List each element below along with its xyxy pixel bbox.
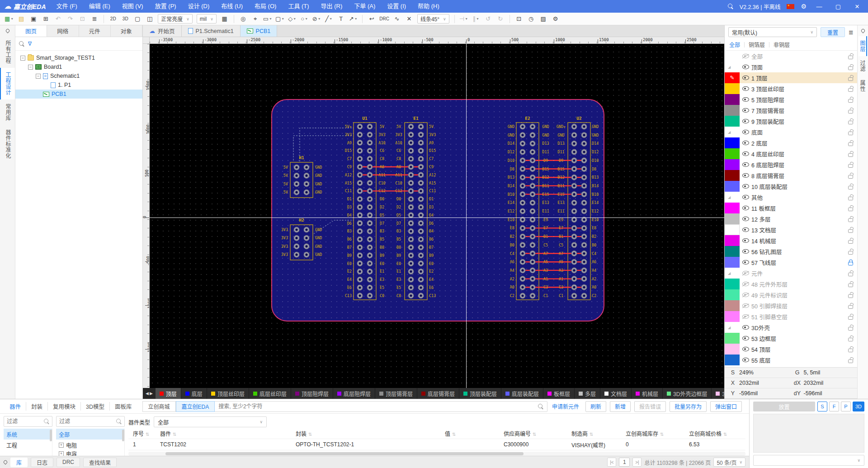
statusbar-tab[interactable]: 库	[10, 458, 28, 467]
settings-icon[interactable]: ⚙	[550, 14, 561, 24]
column-header[interactable]: 封装⇅	[291, 430, 440, 437]
tree-item[interactable]: PCB1	[15, 90, 142, 99]
layer-color-swatch[interactable]	[725, 116, 740, 127]
route-icon[interactable]: ↩	[366, 14, 377, 24]
collapse-triangle-icon[interactable]: ◢	[728, 326, 731, 330]
menu-item[interactable]: 导出 (R)	[315, 0, 349, 13]
maximize-button[interactable]: ▢	[832, 0, 844, 13]
sidebar-tab[interactable]: 图页	[15, 25, 47, 37]
document-tab[interactable]: PCB1	[241, 25, 278, 37]
visibility-eye-icon[interactable]	[742, 86, 749, 91]
visibility-eye-icon[interactable]	[742, 227, 749, 232]
menu-item[interactable]: 编辑 (E)	[83, 0, 116, 13]
reset-button[interactable]: 重置	[821, 27, 845, 37]
layer-row[interactable]: 50 引脚焊接层	[725, 300, 857, 311]
layer-strip-tab[interactable]: 多层	[575, 388, 600, 399]
layer-strip-tab[interactable]: 顶层锡膏层	[375, 388, 417, 399]
visibility-eye-icon[interactable]	[742, 282, 749, 286]
statusbar-tab[interactable]: 日志	[31, 458, 53, 467]
scrollbar-thumb[interactable]	[50, 430, 52, 441]
settings-gear-icon[interactable]: ⚙	[801, 3, 807, 10]
layer-strip-tab[interactable]: 3D外壳边框层	[663, 388, 712, 399]
table-hscrollbar[interactable]	[128, 452, 745, 456]
layer-color-swatch[interactable]	[725, 170, 740, 181]
statusbar-tab[interactable]: DRC	[57, 458, 80, 467]
design-manager-icon[interactable]: ≣	[89, 14, 100, 24]
visibility-eye-icon[interactable]	[742, 325, 749, 330]
lock-icon[interactable]	[848, 294, 853, 298]
layer-row[interactable]: 12 多层	[725, 213, 857, 224]
dimension-icon[interactable]: ↗▼	[348, 14, 359, 24]
visibility-eye-icon[interactable]	[742, 162, 749, 167]
filter-funnel-icon[interactable]: ∇	[28, 41, 32, 47]
layer-color-swatch[interactable]	[725, 246, 740, 257]
layer-row[interactable]: 4 底层丝印层	[725, 148, 857, 159]
layer-row[interactable]: ◢其他	[725, 192, 857, 203]
rail-tab[interactable]: 工程设计	[0, 68, 15, 99]
visibility-eye-icon[interactable]	[742, 151, 749, 156]
column-header[interactable]: 立创商城库存⇅	[621, 430, 684, 437]
visibility-eye-icon[interactable]	[742, 141, 749, 145]
keepout-icon[interactable]: ⊘▼	[311, 14, 322, 24]
layer-strip-tab[interactable]: 机械层	[632, 388, 663, 399]
statusbar-tab[interactable]: 查找结果	[83, 458, 117, 467]
lock-icon[interactable]	[848, 229, 853, 233]
visibility-eye-icon[interactable]	[742, 130, 749, 134]
sort-icon[interactable]: ⇅	[308, 432, 312, 437]
save-icon[interactable]: ▣	[28, 14, 39, 24]
layer-color-swatch[interactable]	[725, 289, 740, 300]
layer-filter-tab[interactable]: 非铜层	[774, 41, 790, 48]
visibility-eye-icon[interactable]	[742, 65, 749, 69]
panel-rail-tab[interactable]: 图层	[859, 36, 867, 56]
lock-icon[interactable]	[848, 132, 853, 135]
lock-icon[interactable]	[848, 175, 853, 179]
import-icon[interactable]: ⊞	[40, 14, 51, 24]
collapse-triangle-icon[interactable]: ◢	[728, 271, 731, 275]
sort-icon[interactable]: ⇅	[723, 432, 727, 437]
lock-icon[interactable]	[848, 284, 853, 287]
close-button[interactable]: ✕	[851, 0, 863, 13]
tree-expander-icon[interactable]: −	[36, 74, 41, 79]
library-source-toggle[interactable]: 立创商城	[142, 401, 176, 412]
layer-color-swatch[interactable]	[725, 94, 740, 105]
action-button[interactable]: 批量另存为	[670, 401, 707, 412]
sidebar-tab[interactable]: 元件	[79, 25, 111, 37]
rect-icon[interactable]: ▭▼	[262, 14, 273, 24]
menu-item[interactable]: 放置 (P)	[149, 0, 182, 13]
menu-item[interactable]: 工具 (T)	[282, 0, 315, 13]
layer-row[interactable]: 49 元件标识层	[725, 289, 857, 300]
view-3d-icon[interactable]: 3D	[120, 14, 131, 24]
column-header[interactable]: 供应商编号⇅	[499, 430, 567, 437]
category-item[interactable]: +电阻	[56, 440, 124, 450]
pcb-canvas[interactable]: H15VGND5VGND5VGND5VGNDH23V3GND3V3GND3V3G…	[150, 44, 724, 388]
menu-item[interactable]: 文件 (F)	[51, 0, 83, 13]
scope-filter-input[interactable]	[7, 418, 42, 425]
brightness-select[interactable]: 正常亮度∨	[158, 14, 193, 24]
visibility-eye-icon[interactable]	[742, 347, 749, 351]
layer-color-swatch[interactable]: ✎	[725, 72, 740, 83]
layer-row[interactable]: 56 钻孔图层	[725, 246, 857, 257]
scope-filter-box[interactable]	[4, 416, 52, 427]
board-preview-icon[interactable]: ◫	[144, 14, 155, 24]
cross-probe-icon[interactable]: ✕	[404, 14, 415, 24]
last-page-button[interactable]: >|	[632, 458, 642, 467]
tree-item[interactable]: −Board1	[15, 62, 142, 71]
lock-icon[interactable]	[848, 153, 853, 157]
layer-row[interactable]: 全部	[725, 51, 857, 61]
action-button[interactable]: 弹出窗口	[710, 401, 742, 412]
layer-strip-tab[interactable]: 顶层阻焊层	[291, 388, 333, 399]
text-icon[interactable]: T	[335, 14, 346, 24]
rail-tab[interactable]: 器件标准化	[0, 125, 15, 163]
lock-icon[interactable]	[848, 305, 853, 309]
layer-color-swatch[interactable]	[725, 137, 740, 148]
tree-expander-icon[interactable]: −	[28, 65, 33, 70]
category-item[interactable]: 全部	[56, 429, 124, 440]
expand-icon[interactable]: +	[59, 451, 64, 456]
library-tab[interactable]: 3D模型	[80, 402, 109, 411]
preview-option-select[interactable]: ∨	[753, 455, 864, 466]
lock-icon[interactable]	[848, 77, 853, 81]
layer-color-swatch[interactable]	[725, 224, 740, 235]
layer-row[interactable]: ✎1 顶层	[725, 72, 857, 83]
category-item[interactable]: 系统	[4, 429, 52, 440]
via-icon[interactable]: ⌖	[250, 14, 261, 24]
